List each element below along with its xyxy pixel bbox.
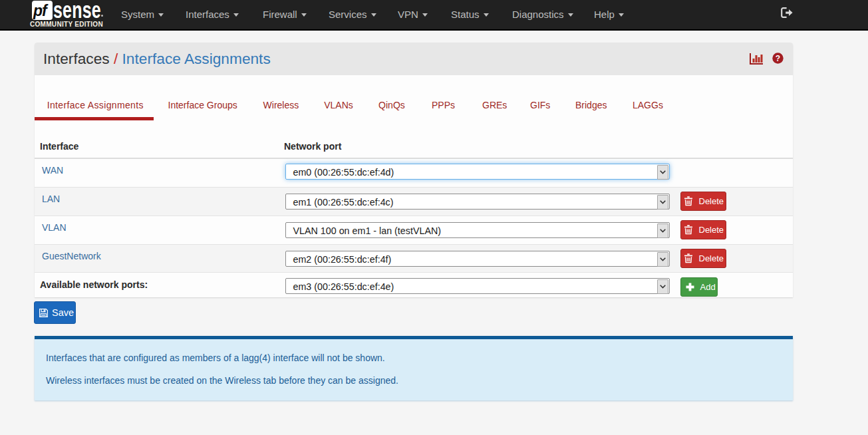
svg-text:?: ? — [776, 54, 780, 63]
